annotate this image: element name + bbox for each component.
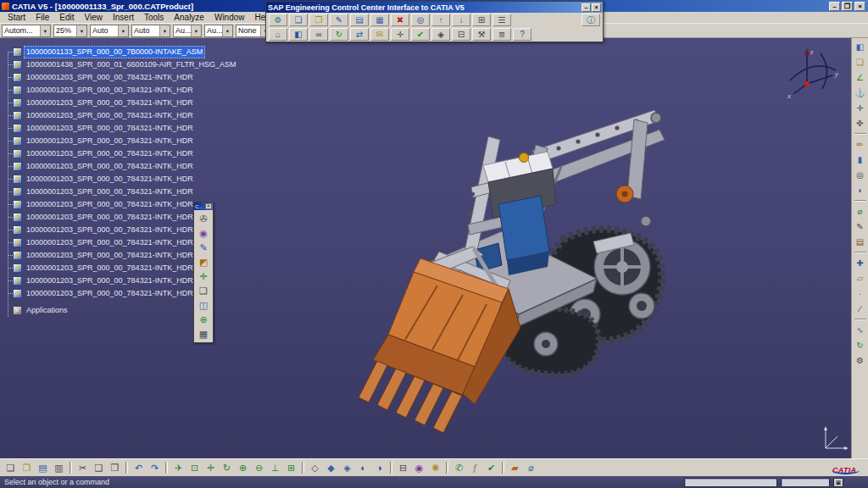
part-icon[interactable]	[13, 187, 22, 197]
edit-icon[interactable]: ✎	[330, 14, 348, 26]
separator[interactable]	[302, 462, 304, 474]
apply-material-icon[interactable]: ▰	[508, 461, 522, 475]
tree-collapse-icon[interactable]: ⊟	[452, 28, 470, 41]
camera-icon[interactable]: ◉	[412, 461, 426, 475]
menu-item[interactable]: View	[79, 12, 108, 23]
surface-icon[interactable]: ∿	[854, 324, 867, 336]
chevron-down-icon[interactable]: ▾	[191, 25, 201, 36]
tree-item-label[interactable]: 10000001203_SPR_000_00_784321-INTK_HDR	[25, 97, 195, 108]
snap-icon[interactable]: ✛	[854, 102, 867, 114]
applications-label[interactable]: Applications	[25, 305, 70, 316]
section-icon[interactable]: ◫	[196, 298, 211, 312]
menu-item[interactable]: Start	[3, 12, 31, 23]
tree-item-label[interactable]: 10000001203_SPR_000_00_784321-INTK_HDR	[25, 110, 195, 121]
workspace-icon[interactable]: ⌂	[269, 28, 287, 41]
axis-system-icon[interactable]: ✚	[854, 257, 867, 269]
tree-item-label[interactable]: 10000001203_SPR_000_00_784321-INTK_HDR	[25, 263, 195, 274]
fit-all-icon[interactable]: ⊡	[187, 461, 202, 475]
light-icon[interactable]: ✺	[428, 461, 442, 475]
tree-item-label[interactable]: 10000001203_SPR_000_00_784321-INTK_HDR	[25, 275, 195, 286]
part-icon[interactable]	[13, 149, 22, 158]
menu-item[interactable]: Insert	[108, 12, 139, 23]
restore-button[interactable]: ❐	[842, 2, 853, 11]
pan-icon[interactable]: ✛	[203, 461, 218, 475]
search-icon[interactable]: ◎	[411, 14, 430, 26]
tree-item-label[interactable]: 10000001203_SPR_000_00_784321-INTK_HDR	[25, 85, 195, 96]
tree-item[interactable]: 10000001203_SPR_000_00_784321-INTK_HDR	[3, 71, 238, 84]
annotation-icon[interactable]: ❏	[196, 284, 211, 297]
part-icon[interactable]	[13, 47, 22, 57]
part-icon[interactable]	[13, 289, 22, 298]
copy-icon[interactable]: ❑	[92, 461, 106, 475]
3d-viewport[interactable]: z y x 10000001133_SPR_000_00_7B0000-INTA…	[0, 38, 868, 458]
annotations-icon[interactable]: ✎	[854, 220, 867, 233]
point-icon[interactable]: ∙	[854, 287, 867, 300]
separator[interactable]	[125, 462, 128, 474]
tree-item-label[interactable]: 10000001203_SPR_000_00_784321-INTK_HDR	[25, 136, 195, 147]
floating-toolbar-titlebar[interactable]: C... ×	[194, 202, 213, 210]
part-icon[interactable]	[13, 200, 22, 209]
tree-item[interactable]: 10000001133_SPR_000_00_7B0000-INTAKE_ASM	[3, 46, 238, 58]
close-icon[interactable]: ×	[205, 203, 212, 209]
hide-show-icon[interactable]: ◐	[356, 461, 370, 475]
tree-item[interactable]: 10000001203_SPR_000_00_784321-INTK_HDR	[3, 122, 238, 135]
cancel-icon[interactable]: ✖	[391, 14, 409, 26]
close-button[interactable]: ×	[592, 3, 601, 12]
applications-icon[interactable]	[13, 306, 22, 315]
link-icon[interactable]: ∞	[309, 28, 328, 41]
measure-item-icon[interactable]: ⌀	[854, 205, 867, 218]
part-icon[interactable]	[13, 175, 22, 184]
part-icon[interactable]	[13, 276, 22, 286]
open-folder-icon[interactable]: ❐	[309, 14, 328, 26]
upload-icon[interactable]: ↑	[431, 14, 450, 26]
separator[interactable]	[854, 319, 866, 320]
load-part-icon[interactable]: ◧	[289, 28, 308, 41]
where-used-icon[interactable]: ✛	[391, 28, 409, 41]
part-icon[interactable]	[13, 263, 22, 273]
undo-icon[interactable]: ↶	[131, 461, 146, 475]
telephone-support-icon[interactable]: ✆	[452, 461, 466, 475]
print-icon[interactable]: ▥	[52, 461, 66, 475]
chevron-down-icon[interactable]: ▾	[40, 25, 50, 36]
measure-icon[interactable]: ✛	[196, 269, 211, 283]
measure-between-icon[interactable]: ⌀	[524, 461, 538, 475]
normal-view-icon[interactable]: ⊥	[268, 461, 282, 475]
zoom-in-icon[interactable]: ⊕	[236, 461, 250, 475]
line-weight-combo[interactable]: Auto ▾	[90, 25, 129, 37]
save-icon[interactable]: ▤	[350, 14, 369, 26]
check-icon[interactable]: ✔	[484, 461, 498, 475]
separator[interactable]	[446, 462, 448, 474]
part-icon[interactable]	[13, 162, 22, 171]
chevron-down-icon[interactable]: ▾	[76, 25, 86, 36]
tree-item-label[interactable]: 10000001203_SPR_000_00_784321-INTK_HDR	[25, 237, 195, 248]
tree-item-label[interactable]: 10000001203_SPR_000_00_784321-INTK_HDR	[25, 288, 195, 299]
part-icon[interactable]	[13, 60, 22, 69]
material-icon[interactable]: ◩	[196, 255, 211, 269]
chevron-down-icon[interactable]: ▾	[159, 25, 170, 36]
graphic-properties-combo[interactable]: Autom... ▾	[2, 25, 51, 37]
lock-icon[interactable]: ◈	[431, 28, 450, 41]
tree-item[interactable]: 10000001203_SPR_000_00_784321-INTK_HDR	[3, 135, 238, 147]
document-info-icon[interactable]: ✉	[370, 28, 389, 41]
line-type-combo[interactable]: Auto ▾	[131, 25, 170, 37]
part-icon[interactable]	[13, 225, 22, 235]
catalog-icon[interactable]: ▤	[854, 236, 867, 248]
tree-item-label[interactable]: 10000001203_SPR_000_00_784321-INTK_HDR	[25, 186, 195, 197]
opacity-combo[interactable]: 25% ▾	[53, 25, 87, 37]
tree-item[interactable]: 10000001203_SPR_000_00_784321-INTK_HDR	[3, 97, 238, 109]
tree-item[interactable]: 10000001203_SPR_000_00_784321-INTK_HDR	[3, 147, 238, 160]
attach-icon[interactable]: ✇	[196, 212, 211, 225]
fix-anchor-icon[interactable]: ⚓	[854, 86, 867, 99]
shading-icon[interactable]: ◆	[324, 461, 338, 475]
tools-icon[interactable]: ⚒	[472, 28, 491, 41]
separator[interactable]	[854, 133, 866, 135]
power-input-field[interactable]	[684, 478, 777, 487]
part-icon[interactable]	[13, 251, 22, 260]
chevron-down-icon[interactable]: ▾	[118, 25, 128, 36]
part-icon[interactable]	[13, 136, 22, 146]
fillet-icon[interactable]: ◗	[854, 184, 867, 197]
part-icon[interactable]	[13, 124, 22, 133]
grid-icon[interactable]: ▦	[196, 327, 211, 341]
move-icon[interactable]: ✜	[854, 117, 867, 130]
view-compass[interactable]: z y x	[783, 45, 843, 101]
